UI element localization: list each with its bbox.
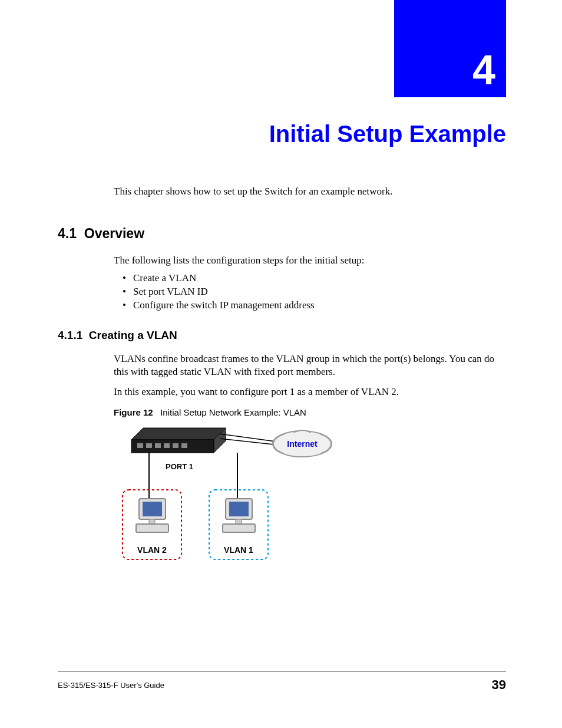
svg-rect-24	[236, 519, 242, 524]
internet-label: Internet	[287, 439, 318, 449]
chapter-intro: This chapter shows how to set up the Swi…	[114, 186, 506, 197]
list-item: Create a VLAN	[123, 272, 506, 284]
svg-rect-7	[173, 443, 178, 448]
svg-rect-21	[136, 524, 168, 532]
subsection-number: 4.1.1	[58, 329, 82, 341]
svg-rect-23	[229, 502, 249, 516]
bullet-list: Create a VLAN Set port VLAN ID Configure…	[123, 272, 506, 311]
svg-rect-19	[143, 502, 162, 516]
list-item: Configure the switch IP management addre…	[123, 299, 506, 311]
section-title: Overview	[84, 226, 144, 241]
subsection-para: In this example, you want to configure p…	[114, 386, 506, 398]
page-number: 39	[492, 677, 506, 693]
section-text: The following lists the configuration st…	[114, 255, 506, 266]
port1-label: PORT 1	[166, 462, 193, 471]
section-number: 4.1	[58, 226, 77, 241]
chapter-number-box: 4	[394, 0, 506, 97]
section-heading: 4.1 Overview	[58, 226, 506, 242]
svg-rect-20	[149, 519, 155, 524]
svg-rect-5	[155, 443, 161, 448]
figure-caption-text: Initial Setup Network Example: VLAN	[160, 407, 306, 417]
svg-rect-25	[223, 524, 255, 532]
network-diagram: Internet PORT 1	[120, 422, 343, 566]
figure-caption: Figure 12 Initial Setup Network Example:…	[114, 407, 506, 417]
figure-label: Figure 12	[114, 407, 153, 417]
footer-guide: ES-315/ES-315-F User's Guide	[58, 681, 164, 690]
chapter-title: Initial Setup Example	[269, 121, 506, 147]
subsection-title: Creating a VLAN	[89, 329, 177, 341]
vlan2-label: VLAN 2	[137, 545, 167, 555]
svg-marker-0	[131, 428, 226, 440]
chapter-number: 4	[472, 47, 495, 94]
list-item: Set port VLAN ID	[123, 286, 506, 298]
vlan1-label: VLAN 1	[224, 545, 253, 555]
computer-icon	[136, 499, 168, 532]
page-content: This chapter shows how to set up the Swi…	[58, 186, 506, 566]
page-footer: ES-315/ES-315-F User's Guide 39	[58, 671, 506, 693]
computer-icon	[223, 499, 255, 532]
subsection-para: VLANs confine broadcast frames to the VL…	[114, 353, 506, 378]
svg-rect-6	[164, 443, 170, 448]
subsection-heading: 4.1.1 Creating a VLAN	[58, 329, 506, 342]
svg-rect-3	[137, 443, 143, 448]
svg-rect-8	[181, 443, 187, 448]
svg-rect-4	[146, 443, 152, 448]
internet-cloud-icon: Internet	[273, 430, 332, 457]
switch-icon	[131, 428, 226, 453]
